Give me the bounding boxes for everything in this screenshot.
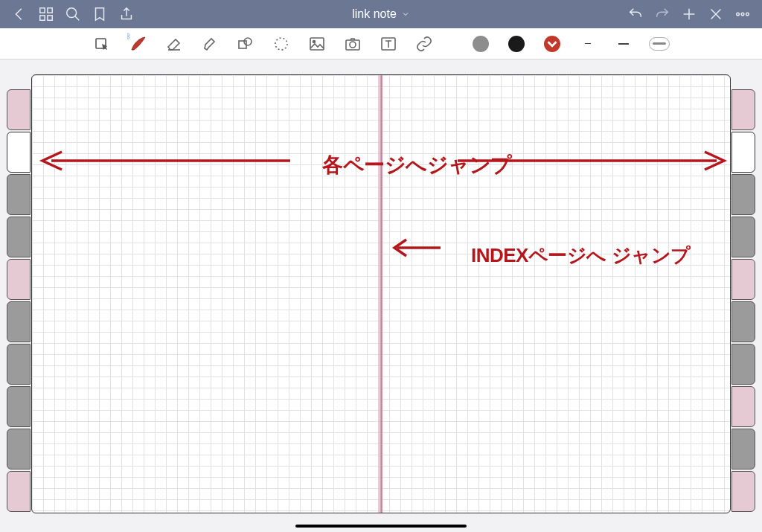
page-tab-right-0[interactable] xyxy=(731,89,755,130)
share-button[interactable] xyxy=(113,1,140,28)
handwritten-text-2: INDEXページへ ジャンプ xyxy=(471,243,691,269)
page-tab-left-5[interactable] xyxy=(7,301,31,342)
grey-dot-icon xyxy=(473,36,489,52)
pen-tool[interactable]: ᛒ xyxy=(125,31,152,57)
eraser-tool[interactable] xyxy=(161,31,188,57)
redo-button[interactable] xyxy=(649,1,676,28)
handwritten-text-1: 各ページへジャンプ xyxy=(322,151,512,179)
undo-button[interactable] xyxy=(622,1,649,28)
chevron-down-icon xyxy=(401,10,410,19)
camera-tool[interactable] xyxy=(339,31,366,57)
eraser-icon xyxy=(165,35,183,53)
back-button[interactable] xyxy=(6,1,33,28)
document-title[interactable]: link note xyxy=(140,7,622,21)
drawing-toolbar: ᛒ xyxy=(0,28,762,60)
red-dot-icon xyxy=(544,36,560,52)
redo-icon xyxy=(654,6,670,22)
stroke-medium[interactable] xyxy=(610,31,637,57)
link-icon xyxy=(415,35,433,53)
grid-button[interactable] xyxy=(33,1,60,28)
page-tab-right-2[interactable] xyxy=(731,174,755,215)
lasso-icon xyxy=(272,35,290,53)
page-tab-right-5[interactable] xyxy=(731,301,755,342)
page-tab-left-7[interactable] xyxy=(7,386,31,427)
canvas-area[interactable]: 各ページへジャンプ INDEXページへ ジャンプ xyxy=(0,60,762,532)
lasso-tool[interactable] xyxy=(268,31,295,57)
svg-point-21 xyxy=(350,42,356,48)
page-tab-left-4[interactable] xyxy=(7,259,31,300)
page-tab-right-1[interactable] xyxy=(731,132,755,173)
thick-line-icon xyxy=(653,42,666,45)
page-tab-left-0[interactable] xyxy=(7,89,31,130)
page-tab-left-8[interactable] xyxy=(7,429,31,469)
svg-point-16 xyxy=(244,38,252,45)
thick-line-pill xyxy=(649,37,670,51)
shape-tool[interactable] xyxy=(232,31,259,57)
page-tab-right-7[interactable] xyxy=(731,386,755,427)
add-button[interactable] xyxy=(676,1,702,28)
left-tabs xyxy=(7,89,31,512)
notebook-spread[interactable]: 各ページへジャンプ INDEXページへ ジャンプ xyxy=(31,74,731,513)
page-tab-right-6[interactable] xyxy=(731,344,755,385)
search-button[interactable] xyxy=(60,1,86,28)
bookmark-icon xyxy=(92,6,108,22)
page-tab-left-9[interactable] xyxy=(7,471,31,512)
svg-rect-1 xyxy=(48,8,52,13)
svg-point-10 xyxy=(737,13,740,16)
color-grey[interactable] xyxy=(467,31,494,57)
link-tool[interactable] xyxy=(411,31,438,57)
undo-icon xyxy=(627,6,644,22)
close-button[interactable] xyxy=(702,1,729,28)
close-icon xyxy=(708,6,724,22)
svg-point-11 xyxy=(741,13,744,16)
highlighter-tool[interactable] xyxy=(196,31,223,57)
interaction-mode-button[interactable] xyxy=(89,31,116,57)
svg-point-19 xyxy=(313,40,316,42)
page-tab-right-3[interactable] xyxy=(731,217,755,257)
camera-icon xyxy=(344,35,362,53)
more-icon xyxy=(734,6,751,22)
home-indicator xyxy=(295,525,467,528)
svg-rect-3 xyxy=(48,16,52,20)
grid-icon xyxy=(38,6,54,22)
image-tool[interactable] xyxy=(304,31,330,57)
shape-icon xyxy=(237,35,254,53)
page-tab-left-3[interactable] xyxy=(7,217,31,257)
svg-rect-2 xyxy=(40,16,45,20)
page-tab-right-9[interactable] xyxy=(731,471,755,512)
black-dot-icon xyxy=(508,36,525,52)
page-tab-right-8[interactable] xyxy=(731,429,755,469)
stroke-thin[interactable] xyxy=(574,31,601,57)
chevron-left-icon xyxy=(11,6,28,22)
bookmark-button[interactable] xyxy=(86,1,113,28)
highlighter-icon xyxy=(201,35,219,53)
color-black[interactable] xyxy=(503,31,530,57)
text-icon xyxy=(380,35,397,53)
page-tab-right-4[interactable] xyxy=(731,259,755,300)
bluetooth-icon: ᛒ xyxy=(127,32,131,40)
svg-rect-18 xyxy=(310,38,324,50)
app-header: link note xyxy=(0,0,762,28)
right-tabs xyxy=(731,89,755,512)
pen-icon xyxy=(129,35,147,53)
color-red-active[interactable] xyxy=(539,31,566,57)
text-tool[interactable] xyxy=(375,31,402,57)
interaction-icon xyxy=(94,35,112,53)
stroke-thick-active[interactable] xyxy=(646,31,673,57)
medium-line-icon xyxy=(618,43,629,45)
more-button[interactable] xyxy=(729,1,756,28)
thin-line-icon xyxy=(585,43,591,45)
svg-rect-0 xyxy=(40,8,45,13)
page-tab-left-6[interactable] xyxy=(7,344,31,385)
search-icon xyxy=(65,6,81,22)
svg-point-4 xyxy=(67,8,77,18)
share-icon xyxy=(118,6,135,22)
plus-icon xyxy=(681,6,697,22)
notebook-spine xyxy=(381,75,382,513)
page-tab-left-2[interactable] xyxy=(7,174,31,215)
page-tab-left-1[interactable] xyxy=(7,132,31,173)
svg-line-5 xyxy=(75,16,80,21)
svg-point-17 xyxy=(275,38,287,50)
svg-point-12 xyxy=(746,13,749,16)
document-title-text: link note xyxy=(352,7,397,21)
